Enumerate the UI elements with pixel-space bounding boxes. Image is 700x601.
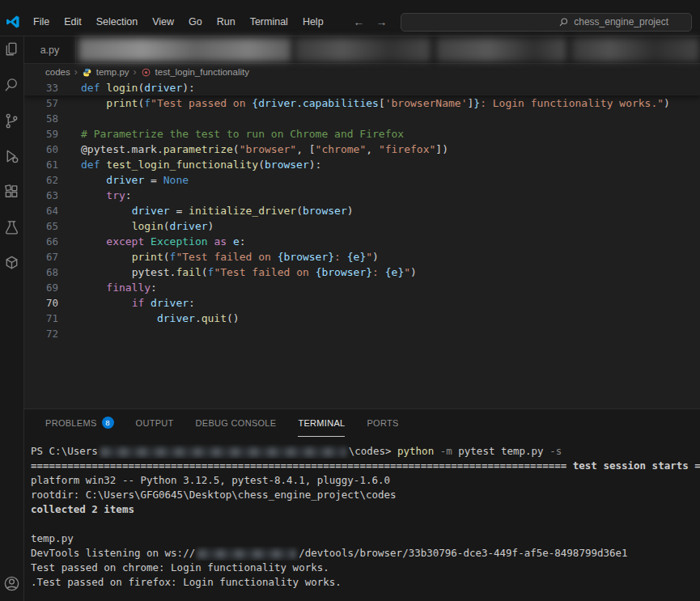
code-line-71[interactable]: 71 driver.quit()	[24, 311, 700, 326]
title-bar: FileEditSelectionViewGoRunTerminalHelp ←…	[0, 0, 700, 36]
menu-selection[interactable]: Selection	[89, 15, 145, 29]
line-number: 67	[24, 249, 58, 265]
run-debug-icon[interactable]	[2, 147, 21, 166]
activity-bar	[0, 36, 24, 601]
redacted-tab-4[interactable]	[571, 38, 699, 61]
terminal-line: DevTools listening on ws:///devtools/bro…	[31, 546, 700, 561]
line-number: 64	[24, 203, 58, 218]
line-number: 33	[24, 80, 58, 95]
code-line-57[interactable]: 57 print(f"Test passed on {driver.capabi…	[24, 95, 700, 111]
source-control-icon[interactable]	[2, 112, 21, 130]
code-line-60[interactable]: 60@pytest.mark.parametrize("browser", ["…	[24, 142, 700, 157]
code-line-61[interactable]: 61def test_login_functionality(browser):	[24, 157, 700, 172]
command-center-search[interactable]: chess_engine_project	[401, 13, 692, 32]
terminal-line: rootdir: C:\Users\GFG0645\Desktop\chess_…	[31, 488, 700, 502]
line-number: 62	[24, 172, 58, 188]
back-arrow-icon[interactable]: ←	[354, 15, 365, 28]
chevron-right-icon: ›	[134, 66, 137, 78]
vscode-window: FileEditSelectionViewGoRunTerminalHelp ←…	[0, 0, 700, 601]
python-file-icon	[82, 67, 92, 78]
terminal-line: .Test passed on firefox: Login functiona…	[31, 575, 700, 590]
redacted-tab-3[interactable]	[436, 38, 566, 61]
menu-view[interactable]: View	[145, 15, 181, 29]
editor-tab-bar: a.py	[24, 36, 700, 64]
line-number: 60	[24, 142, 58, 157]
code-editor[interactable]: 33 def login(driver): 57 print(f"Test pa…	[24, 80, 700, 408]
breadcrumb-item-codes[interactable]: codes	[45, 67, 70, 77]
cube-extension-icon[interactable]	[2, 254, 21, 273]
line-number: 72	[24, 326, 58, 341]
menu-terminal[interactable]: Terminal	[243, 15, 295, 29]
code-line-69[interactable]: 69 finally:	[24, 280, 700, 295]
tab-label: a.py	[40, 44, 60, 56]
panel-tab-problems[interactable]: PROBLEMS8	[45, 409, 114, 437]
line-number: 58	[24, 111, 58, 126]
sticky-code: def login(driver):	[58, 80, 195, 95]
line-number: 63	[24, 188, 58, 203]
line-number: 70	[24, 295, 58, 311]
line-number: 71	[24, 311, 58, 326]
code-line-63[interactable]: 63 try:	[24, 188, 700, 203]
breadcrumb-item-symbol[interactable]: test_login_functionality	[155, 67, 249, 77]
explorer-icon[interactable]	[2, 40, 21, 59]
panel-tabs: PROBLEMS8OUTPUTDEBUG CONSOLETERMINALPORT…	[24, 409, 700, 437]
code-line-59[interactable]: 59# Parametrize the test to run on Chrom…	[24, 126, 700, 142]
terminal-line: ========================================…	[31, 459, 700, 473]
code-line-67[interactable]: 67 print(f"Test failed on {browser}: {e}…	[24, 249, 700, 265]
panel-tab-debug-console[interactable]: DEBUG CONSOLE	[196, 409, 277, 437]
line-number: 61	[24, 157, 58, 172]
sticky-scroll-line[interactable]: 33 def login(driver):	[24, 80, 700, 95]
chevron-right-icon: ›	[74, 66, 78, 78]
line-number: 57	[24, 95, 58, 111]
menu-bar: FileEditSelectionViewGoRunTerminalHelp	[26, 15, 331, 29]
bottom-panel: PROBLEMS8OUTPUTDEBUG CONSOLETERMINALPORT…	[24, 408, 700, 601]
menu-file[interactable]: File	[26, 15, 57, 29]
menu-run[interactable]: Run	[210, 15, 243, 29]
forward-arrow-icon[interactable]: →	[376, 15, 388, 28]
search-icon	[558, 17, 569, 28]
history-nav: ← →	[354, 15, 388, 28]
line-number: 69	[24, 280, 58, 295]
search-project-label: chess_engine_project	[574, 16, 668, 28]
terminal-line: temp.py	[31, 531, 700, 546]
menu-help[interactable]: Help	[295, 15, 331, 29]
line-number: 68	[24, 265, 58, 280]
code-line-62[interactable]: 62 driver = None	[24, 172, 700, 188]
code-line-68[interactable]: 68 pytest.fail(f"Test failed on {browser…	[24, 265, 700, 280]
vscode-logo-icon	[5, 14, 21, 30]
terminal-line	[31, 517, 700, 531]
line-number: 59	[24, 126, 58, 142]
code-line-66[interactable]: 66 except Exception as e:	[24, 234, 700, 249]
test-symbol-icon	[141, 67, 151, 78]
redacted-tab-2[interactable]	[295, 38, 431, 61]
breadcrumb: codes › temp.py › test_login_functionali…	[24, 64, 700, 80]
testing-flask-icon[interactable]	[2, 218, 21, 237]
line-number: 66	[24, 234, 58, 249]
terminal-output[interactable]: PS C:\Users\codes> python -m pytest temp…	[24, 437, 700, 601]
terminal-line: PS C:\Users\codes> python -m pytest temp…	[31, 444, 700, 459]
panel-tab-terminal[interactable]: TERMINAL	[298, 409, 345, 437]
extensions-icon[interactable]	[2, 183, 21, 201]
menu-go[interactable]: Go	[181, 15, 210, 29]
search-sidebar-icon[interactable]	[2, 76, 21, 95]
code-line-70[interactable]: 70 if driver:	[24, 295, 700, 311]
panel-tab-ports[interactable]: PORTS	[367, 409, 398, 437]
code-line-72[interactable]: 72	[24, 326, 700, 341]
code-line-65[interactable]: 65 login(driver)	[24, 218, 700, 234]
account-icon[interactable]	[2, 574, 21, 593]
menu-edit[interactable]: Edit	[57, 15, 89, 29]
terminal-line: collected 2 items	[31, 502, 700, 517]
redacted-text	[197, 549, 296, 559]
redacted-text	[100, 447, 346, 457]
redacted-tab-1[interactable]	[78, 38, 291, 61]
line-number: 65	[24, 218, 58, 234]
problems-count-badge: 8	[102, 417, 114, 429]
code-lines: 57 print(f"Test passed on {driver.capabi…	[24, 95, 700, 341]
terminal-line: Test passed on chrome: Login functionali…	[31, 561, 700, 575]
terminal-line: platform win32 -- Python 3.12.5, pytest-…	[31, 473, 700, 488]
code-line-64[interactable]: 64 driver = initialize_driver(browser)	[24, 203, 700, 218]
code-line-58[interactable]: 58	[24, 111, 700, 126]
panel-tab-output[interactable]: OUTPUT	[136, 409, 174, 437]
breadcrumb-item-file[interactable]: temp.py	[96, 67, 129, 77]
tab-a-py[interactable]: a.py	[24, 36, 76, 63]
